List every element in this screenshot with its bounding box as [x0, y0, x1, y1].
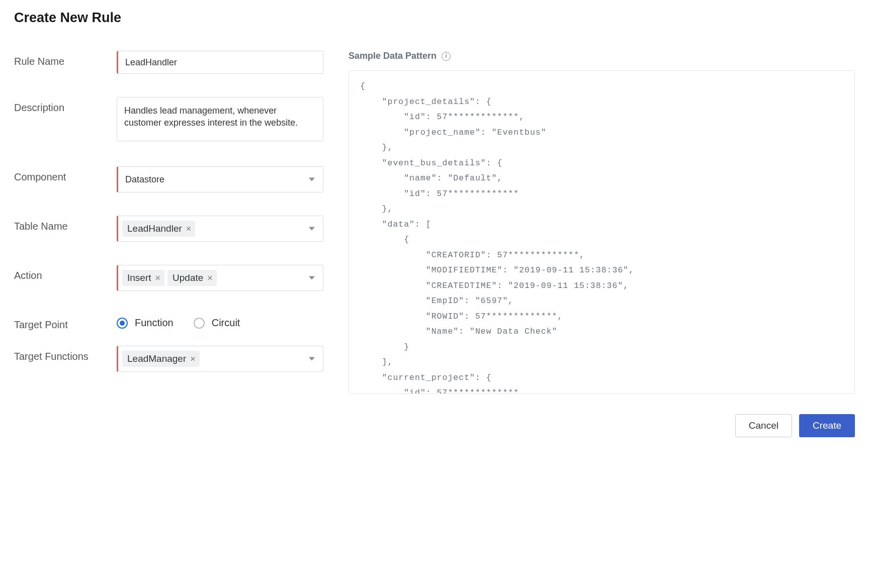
chevron-down-icon — [309, 178, 315, 181]
page-title: Create New Rule — [14, 10, 855, 26]
action-select[interactable]: Insert × Update × — [117, 265, 323, 291]
label-action: Action — [14, 265, 117, 281]
remove-tag-icon[interactable]: × — [207, 273, 213, 282]
chevron-down-icon — [309, 357, 315, 361]
chevron-down-icon — [309, 227, 315, 231]
cancel-button[interactable]: Cancel — [735, 414, 792, 437]
remove-tag-icon[interactable]: × — [186, 224, 192, 233]
component-value: Datastore — [125, 174, 164, 185]
remove-tag-icon[interactable]: × — [190, 354, 196, 363]
rule-name-input[interactable] — [117, 51, 323, 74]
table-name-select[interactable]: LeadHandler × — [117, 216, 323, 242]
info-icon[interactable]: i — [442, 52, 451, 61]
component-select[interactable]: Datastore — [117, 166, 323, 192]
sample-column: Sample Data Pattern i { "project_details… — [349, 51, 855, 394]
footer: Cancel Create — [14, 414, 855, 437]
radio-function[interactable]: Function — [117, 317, 173, 329]
label-component: Component — [14, 166, 117, 183]
label-target-functions: Target Functions — [14, 346, 117, 362]
target-functions-select[interactable]: LeadManager × — [117, 346, 323, 372]
form-column: Rule Name Description Handles lead manag… — [14, 51, 323, 394]
label-table-name: Table Name — [14, 216, 117, 232]
radio-circuit[interactable]: Circuit — [194, 317, 240, 329]
tag-leadmanager: LeadManager × — [122, 351, 200, 367]
radio-icon — [117, 318, 128, 329]
label-target-point: Target Point — [14, 314, 117, 331]
tag-update: Update × — [167, 270, 217, 286]
label-description: Description — [14, 97, 117, 114]
sample-json: { "project_details": { "id": 57*********… — [349, 70, 855, 394]
label-rule-name: Rule Name — [14, 51, 117, 67]
radio-icon — [194, 318, 205, 329]
remove-tag-icon[interactable]: × — [155, 273, 161, 282]
chevron-down-icon — [309, 276, 315, 280]
tag-insert: Insert × — [122, 270, 164, 286]
tag-leadhandler: LeadHandler × — [122, 221, 195, 237]
create-button[interactable]: Create — [799, 414, 855, 437]
description-input[interactable]: Handles lead management, whenever custom… — [117, 97, 323, 141]
sample-header: Sample Data Pattern i — [349, 51, 855, 61]
